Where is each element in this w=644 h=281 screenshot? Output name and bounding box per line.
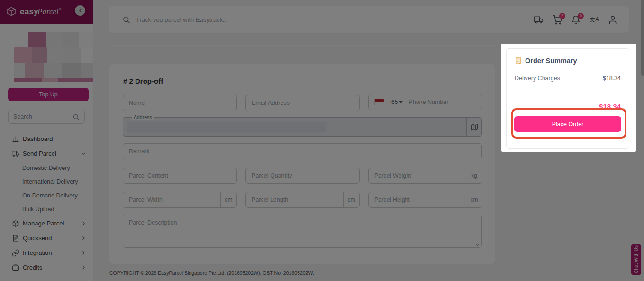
chevron-right-icon	[81, 250, 87, 256]
top-up-button[interactable]: Top Up	[8, 88, 89, 101]
sidebar-item-label: Integration	[23, 249, 81, 256]
parcel-content-field[interactable]	[123, 168, 237, 184]
sidebar-item-send-parcel[interactable]: Send Parcel	[0, 146, 93, 161]
delivery-charges-row: Delivery Charges $18.34	[515, 75, 621, 82]
link-icon	[12, 249, 19, 257]
sidebar-item-label: Dashboard	[23, 135, 87, 142]
sidebar-item-quicksend[interactable]: Quicksend	[0, 231, 93, 245]
parcel-weight-field[interactable]: kg	[368, 168, 482, 184]
sidebar: easyParcel® Top Up Dashboard Send Parcel…	[0, 0, 93, 281]
sidebar-item-label: Quicksend	[23, 234, 81, 242]
wallet-icon	[12, 264, 19, 272]
sidebar-header: easyParcel®	[0, 0, 93, 24]
package-box-icon	[12, 220, 19, 227]
profile-icon	[608, 15, 617, 25]
length-unit-label: cm	[343, 192, 359, 207]
sidebar-item-manage-parcel[interactable]: Manage Parcel	[0, 216, 93, 231]
sidebar-item-credits[interactable]: Credits	[0, 260, 93, 275]
remark-input[interactable]	[123, 148, 481, 155]
sidebar-collapse-button[interactable]	[75, 5, 85, 16]
notifications-button[interactable]: 0	[571, 15, 581, 25]
track-search-input[interactable]	[136, 16, 326, 23]
country-code-dropdown[interactable]: +65	[388, 99, 403, 105]
sidebar-item-on-demand-delivery[interactable]: On-Demand Delivery	[0, 188, 93, 202]
parcel-description-textarea[interactable]	[123, 215, 482, 248]
parcel-length-field[interactable]: cm	[245, 192, 360, 208]
chevron-right-icon	[81, 235, 87, 241]
singapore-flag-icon	[374, 99, 384, 105]
parcel-width-field[interactable]: cm	[123, 192, 237, 208]
remark-field[interactable]	[123, 143, 482, 159]
delivery-charges-label: Delivery Charges	[515, 75, 560, 82]
cart-button[interactable]: 2	[553, 15, 562, 25]
bar-chart-icon	[12, 135, 19, 143]
email-input[interactable]	[246, 100, 359, 106]
sidebar-search-input[interactable]	[13, 113, 73, 120]
name-field[interactable]	[123, 95, 237, 111]
sidebar-item-dashboard[interactable]: Dashboard	[0, 131, 93, 146]
topbar-icons: 2 0 文A	[534, 15, 629, 25]
sidebar-item-domestic-delivery[interactable]: Domestic Delivery	[0, 161, 93, 175]
chevron-right-icon	[81, 264, 87, 271]
notifications-badge: 0	[578, 13, 584, 19]
search-icon	[73, 113, 80, 121]
parcel-height-input[interactable]	[369, 197, 466, 203]
chevron-right-icon	[81, 220, 87, 226]
translate-icon: 文A	[590, 16, 599, 24]
weight-unit-label: kg	[466, 168, 482, 183]
parcel-height-field[interactable]: cm	[368, 192, 482, 208]
address-label: Address	[132, 114, 154, 120]
parcel-length-input[interactable]	[246, 197, 343, 203]
delivery-charges-value: $18.34	[603, 75, 621, 82]
address-value-redacted	[127, 122, 326, 133]
truck-icon	[12, 150, 19, 158]
parcel-width-input[interactable]	[123, 197, 220, 203]
profile-button[interactable]	[608, 15, 617, 25]
search-icon	[122, 16, 130, 24]
header-divider	[109, 45, 495, 46]
form-section-title: # 2 Drop-off	[123, 77, 163, 85]
truck-icon	[534, 15, 544, 25]
language-button[interactable]: 文A	[590, 15, 599, 25]
phone-field[interactable]: +65	[368, 94, 482, 110]
parcel-quantity-field[interactable]	[245, 168, 360, 184]
summary-divider	[515, 97, 621, 97]
parcel-weight-input[interactable]	[369, 172, 466, 179]
receipt-icon	[515, 57, 522, 65]
sidebar-item-label: Credits	[23, 264, 81, 271]
parcel-quantity-input[interactable]	[246, 172, 359, 179]
cube-logo-icon	[6, 6, 17, 18]
logo-text: easyParcel®	[20, 7, 62, 17]
sidebar-item-label: Send Parcel	[23, 150, 81, 157]
scrollbar-thumb[interactable]	[641, 0, 644, 76]
name-input[interactable]	[123, 100, 236, 106]
order-summary-title: Order Summary	[515, 57, 577, 65]
place-order-button[interactable]: Place Order	[514, 116, 621, 132]
sidebar-item-integration[interactable]: Integration	[0, 245, 93, 260]
quicksend-note-icon	[12, 234, 19, 242]
chevron-down-icon	[81, 150, 87, 157]
drop-off-form-card: # 2 Drop-off +65 Address	[109, 64, 495, 264]
email-field[interactable]	[245, 95, 360, 111]
map-picker-button[interactable]	[466, 118, 481, 136]
height-unit-label: cm	[466, 192, 482, 207]
sidebar-nav: Dashboard Send Parcel Domestic Delivery …	[0, 131, 93, 275]
shipments-truck-button[interactable]	[534, 15, 544, 25]
topbar: 2 0 文A	[109, 6, 629, 33]
cart-badge: 2	[559, 13, 565, 19]
sidebar-search[interactable]	[8, 110, 85, 124]
width-unit-label: cm	[220, 192, 236, 207]
page: easyParcel® Top Up Dashboard Send Parcel…	[0, 0, 644, 281]
parcel-content-input[interactable]	[123, 172, 236, 179]
track-search[interactable]	[109, 16, 534, 24]
sidebar-item-international-delivery[interactable]: International Delivery	[0, 175, 93, 188]
chat-with-us-button[interactable]: Chat With Us	[631, 244, 641, 275]
phone-input[interactable]	[403, 99, 482, 105]
scrollbar[interactable]	[641, 0, 644, 281]
sidebar-item-label: Manage Parcel	[23, 220, 81, 227]
promo-banner-image[interactable]	[14, 32, 93, 82]
sidebar-item-bulk-upload[interactable]: Bulk Upload	[0, 202, 93, 216]
map-icon	[471, 124, 478, 131]
easyparcel-logo: easyParcel®	[6, 6, 62, 18]
address-field[interactable]: Address	[123, 117, 482, 137]
